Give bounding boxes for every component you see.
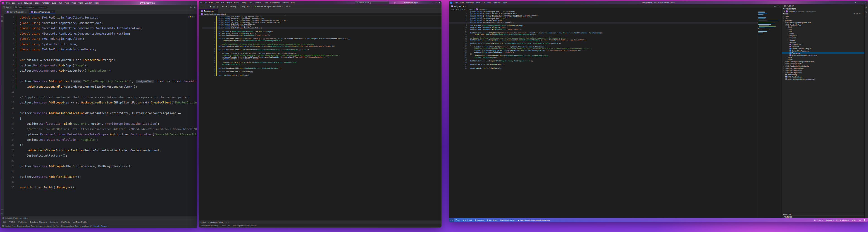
line-number[interactable]: 22 [4, 126, 14, 132]
azure-account-status[interactable]: ▲ Azure: bartolesiemanuele@hotmail.com [516, 218, 552, 222]
status-action-link[interactable]: Update [94, 225, 100, 227]
tree-file-app-razor[interactable]: App.razor [782, 45, 864, 48]
forward-icon[interactable]: → [204, 5, 206, 8]
code-line[interactable]: 14 .AddHttpMessageHandler<BaseAddressAut… [202, 40, 441, 42]
tree-folder-swo-azureappmanagement-web[interactable]: ▸SWO.AzureAppManagement.Web [782, 22, 864, 24]
tree-file-program-cs[interactable]: Program.cs [782, 52, 864, 54]
line-number[interactable]: 32 [4, 180, 14, 185]
code-line[interactable]: 31builder.Services.AddTelerikBlazor(); [202, 71, 441, 73]
save-icon[interactable]: ▥ [217, 5, 219, 8]
code-line[interactable]: 3global using Microsoft.AspNetCore.Compo… [4, 26, 197, 31]
menu-rider-help[interactable]: Help [93, 2, 100, 4]
code-line[interactable]: 10builder.RootComponents.Add<App>("#app"… [202, 33, 441, 34]
notifications-bell-icon[interactable] [862, 219, 867, 221]
back-icon[interactable]: ← [200, 5, 203, 8]
tree-file--editorconfig[interactable]: .editorconfig [782, 74, 864, 76]
breadcrumb-item[interactable]: Client [469, 8, 473, 10]
tree-folder-swo-redorigin-modelshandler[interactable]: ▸SWO.RedOrigin.ModelsHandler [782, 65, 864, 67]
tree-folder-bin[interactable]: ▸bin [782, 28, 864, 31]
close-button[interactable]: ✕ [438, 2, 440, 4]
menu-rider-code[interactable]: Code [33, 2, 41, 4]
menu-vscode-run[interactable]: Run [486, 1, 492, 4]
code-line[interactable]: 19builder.Services.AddMsalAuthentication… [449, 43, 757, 44]
account-avatar[interactable] [394, 2, 396, 4]
configuration-dropdown[interactable]: Debug▾ [228, 5, 239, 8]
line-number[interactable]: 20 [449, 44, 467, 46]
line-number[interactable]: 19 [202, 49, 215, 51]
code-line[interactable]: 33await builder.Build().RunAsync(); [202, 75, 441, 76]
tool-window-tab-dottrace-profiler[interactable]: dotTrace Profiler [72, 221, 89, 224]
line-number[interactable]: 33 [449, 68, 467, 69]
menu-rider-view[interactable]: View [17, 2, 23, 4]
line-number[interactable]: 32 [202, 73, 215, 75]
breadcrumb[interactable]: SWO.RedOrigin.App›Client›C#Program.cs [449, 8, 781, 11]
code-line[interactable]: 33await builder.Build().RunAsync(); [4, 185, 197, 190]
panel-tab-web-publish-activity[interactable]: Web Publish Activity [201, 225, 218, 227]
code-line[interactable]: 31builder.Services.AddTelerikBlazor(); [449, 64, 757, 66]
line-number[interactable]: 17 [449, 39, 467, 41]
tool-window-tab-database-changes[interactable]: Database Changes [29, 221, 48, 224]
code-line[interactable]: 29builder.Services.AddScoped<IRedOriginS… [4, 163, 197, 169]
code-line[interactable]: 17builder.Services.AddScoped(sp => sp.Ge… [202, 45, 441, 47]
code-line[interactable]: 25}) [4, 142, 197, 148]
line-number[interactable]: 27 [202, 64, 215, 65]
line-number[interactable]: 18 [449, 41, 467, 43]
menu-vs-project[interactable]: Project [225, 1, 233, 4]
tree-folder-pages[interactable]: ▸Pages [782, 33, 864, 35]
line-number[interactable]: 17 [202, 45, 215, 47]
code-line[interactable]: 12 [4, 73, 197, 79]
menu-vscode-go[interactable]: Go [482, 1, 486, 4]
code-line[interactable]: 23 options.ProviderOptions.DefaultAccess… [4, 132, 197, 137]
line-number[interactable]: 5 [4, 36, 14, 42]
code-line[interactable]: 29builder.Services.AddScoped<IRedOriginS… [449, 60, 757, 62]
line-number[interactable]: 30 [202, 69, 215, 71]
minimize-button[interactable]: – [432, 2, 433, 4]
code-line[interactable]: 5global using SWO.RedOrigin.App.Client; [202, 23, 441, 25]
git-branch-status[interactable]: dev [454, 218, 462, 222]
code-line[interactable]: 11builder.RootComponents.Add<HeadOutlet>… [4, 68, 197, 73]
code-line[interactable]: 3global using Microsoft.AspNetCore.Compo… [202, 20, 441, 22]
menu-rider-window[interactable]: Window [84, 2, 93, 4]
line-number[interactable]: 22 [202, 54, 215, 56]
code-line[interactable]: 9var builder = WebAssemblyHostBuilder.Cr… [202, 31, 441, 33]
menu-vs-test[interactable]: Test [248, 1, 253, 4]
line-number[interactable]: 10 [449, 27, 467, 29]
source-control-view-icon[interactable]: ⊞ [866, 15, 867, 18]
vs-code-editor[interactable]: 1global using SWO.RedOrigin.App.Client.S… [199, 15, 441, 220]
line-number[interactable]: 9 [4, 57, 14, 63]
code-line[interactable]: 26 .AddAccountClaimsPrincipalFactory<Rem… [202, 62, 441, 64]
code-line[interactable]: 27 CustomAccountFactory>(); [202, 64, 441, 65]
close-icon[interactable]: × [784, 10, 785, 12]
code-line[interactable]: 1global using SWO.RedOrigin.App.Client.S… [4, 15, 197, 20]
collapse-folders-icon[interactable]: ⊟ [862, 13, 863, 15]
line-number[interactable]: 20 [4, 116, 14, 121]
structure-tool-icon[interactable]: ▤ [1, 208, 3, 210]
chevron-right-icon[interactable]: ▸ [228, 221, 229, 223]
tree-folder-services[interactable]: ▸Services [782, 37, 864, 39]
tool-window-tab-todo[interactable]: TODO [8, 221, 16, 224]
line-number[interactable]: 11 [202, 34, 215, 36]
code-line[interactable]: 26 .AddAccountClaimsPrincipalFactory<Rem… [4, 148, 197, 153]
menu-vs-tools[interactable]: Tools [262, 1, 269, 4]
more-tools-icon[interactable]: ⋯ [289, 5, 291, 8]
code-line[interactable]: 15 [202, 42, 441, 43]
line-number[interactable]: 15 [202, 42, 215, 43]
editor-tab[interactable]: C# Program.cs × [449, 4, 469, 8]
code-line[interactable]: 24 options.UserOptions.RoleClaim = "appR… [4, 137, 197, 143]
code-line[interactable]: 12 [202, 36, 441, 38]
explorer-view-icon[interactable]: ▦ [865, 6, 867, 8]
panel-tab-package-manager-console[interactable]: Package Manager Console [233, 225, 257, 227]
code-line[interactable]: 7global using SWO.RedOrigin.Models.ViewM… [449, 22, 757, 24]
tree-file--imports-razor[interactable]: _Imports.razor [782, 43, 864, 46]
line-number[interactable]: 29 [449, 60, 467, 62]
line-number[interactable]: 31 [449, 64, 467, 66]
code-line[interactable]: 1global using SWO.RedOrigin.App.Client.S… [202, 16, 441, 18]
line-number[interactable]: 30 [4, 169, 14, 175]
menu-vscode-file[interactable]: File [454, 1, 459, 4]
menu-rider-vcs[interactable]: VCS [78, 2, 84, 4]
menu-vs-debug[interactable]: Debug [240, 1, 248, 4]
code-line[interactable]: 14 .AddHttpMessageHandler<BaseAddressAut… [449, 34, 757, 36]
code-line[interactable]: 25}) [202, 60, 441, 62]
line-number[interactable]: 28 [4, 158, 14, 164]
code-line[interactable]: 6global using System.Net.Http.Json; [202, 25, 441, 27]
